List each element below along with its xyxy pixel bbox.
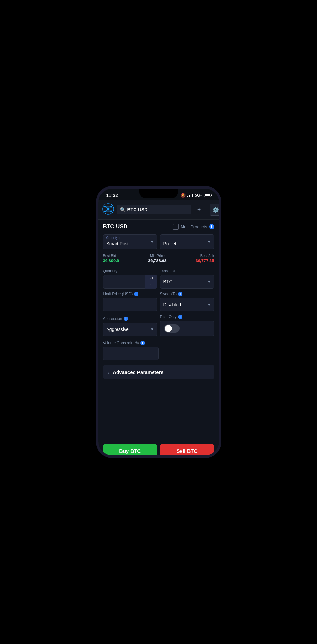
- aggression-group: Aggression i Aggressive Passive Neutral …: [103, 317, 157, 336]
- limit-price-group: Limit Price (USD) i: [103, 292, 157, 311]
- multi-products-checkbox[interactable]: [173, 224, 179, 230]
- best-bid-value: 36,800.6: [103, 258, 119, 263]
- notch: [139, 189, 178, 198]
- status-icons: 🔕 5G+: [181, 193, 211, 198]
- sweep-to-select[interactable]: Disabled Enabled: [160, 298, 214, 311]
- sweep-to-label: Sweep To i: [160, 292, 214, 296]
- best-ask-label: Best Ask: [196, 254, 214, 258]
- order-type-wrapper: Order type Smart Post Limit Market Stop …: [103, 234, 157, 249]
- limit-price-input[interactable]: [103, 298, 157, 311]
- add-tab-button[interactable]: +: [194, 204, 204, 215]
- sweep-to-group: Sweep To i Disabled Enabled ▼: [160, 292, 214, 311]
- post-only-label: Post Only i: [160, 315, 214, 319]
- chevron-right-icon: ›: [108, 370, 110, 375]
- target-unit-wrapper: BTC USD ETH ▼: [160, 275, 214, 289]
- mid-price-label: Mid Price: [148, 254, 167, 258]
- preset-wrapper: Preset Default Custom ▼: [160, 234, 214, 249]
- search-icon: 🔍: [120, 207, 126, 212]
- best-ask-item: Best Ask 36,777.25: [196, 254, 214, 263]
- post-only-toggle-wrapper: [160, 321, 214, 336]
- aggression-post-row: Aggression i Aggressive Passive Neutral …: [103, 315, 214, 336]
- aggression-info-icon[interactable]: i: [124, 317, 128, 321]
- price-info-row: Best Bid 36,800.6 Mid Price 36,788.93 Be…: [103, 252, 214, 264]
- main-scroll-area: BTC-USD Multi Products i Order type Smar…: [98, 220, 219, 440]
- multi-products-info-icon[interactable]: i: [209, 224, 214, 229]
- signal-bar-1: [187, 196, 188, 197]
- sweep-to-info-icon[interactable]: i: [178, 292, 182, 296]
- app-logo: [102, 203, 114, 216]
- toggle-knob: [165, 325, 172, 332]
- signal-bar-3: [191, 194, 191, 197]
- quantity-target-row: Quantity 0.1 1 Target Unit: [103, 269, 214, 289]
- battery-fill: [205, 194, 210, 196]
- mute-icon: 🔕: [181, 193, 186, 198]
- aggression-label: Aggression i: [103, 317, 157, 321]
- stepper-up-button[interactable]: 0.1: [145, 275, 157, 282]
- post-only-toggle[interactable]: [164, 324, 180, 333]
- quantity-label: Quantity: [103, 269, 157, 273]
- post-only-info-icon[interactable]: i: [178, 315, 182, 319]
- post-only-group: Post Only i: [160, 315, 214, 336]
- stepper-down-button[interactable]: 1: [145, 282, 157, 289]
- sweep-to-wrapper: Disabled Enabled ▼: [160, 298, 214, 311]
- action-buttons: Buy BTC Sell BTC: [98, 440, 219, 458]
- volume-constraint-input[interactable]: [103, 347, 159, 360]
- mid-price-item: Mid Price 36,788.93: [148, 254, 167, 263]
- order-type-preset-row: Order type Smart Post Limit Market Stop …: [103, 234, 214, 249]
- quantity-input-wrapper: 0.1 1: [103, 275, 157, 289]
- quantity-group: Quantity 0.1 1: [103, 269, 157, 289]
- aggression-wrapper: Aggressive Passive Neutral ▼: [103, 323, 157, 336]
- network-type: 5G+: [195, 193, 202, 198]
- mid-price-value: 36,788.93: [148, 258, 167, 263]
- settings-button[interactable]: ⚙️: [210, 204, 221, 216]
- advanced-params-label: Advanced Parameters: [113, 369, 163, 375]
- target-unit-group: Target Unit BTC USD ETH ▼: [160, 269, 214, 289]
- battery-icon: [204, 194, 211, 197]
- multi-products-toggle[interactable]: Multi Products i: [173, 224, 214, 230]
- volume-constraint-label: Volume Constraint % i: [103, 341, 214, 345]
- multi-products-label: Multi Products: [181, 224, 207, 229]
- status-bar: 11:32 🔕 5G+: [98, 189, 219, 200]
- signal-bars: [187, 194, 193, 197]
- limit-sweep-row: Limit Price (USD) i Sweep To i Disabled …: [103, 292, 214, 311]
- best-bid-label: Best Bid: [103, 254, 119, 258]
- limit-price-label: Limit Price (USD) i: [103, 292, 157, 296]
- order-type-select[interactable]: Smart Post Limit Market Stop: [103, 234, 157, 249]
- sell-button[interactable]: Sell BTC: [160, 444, 214, 458]
- best-ask-value: 36,777.25: [196, 258, 214, 263]
- target-unit-label: Target Unit: [160, 269, 214, 273]
- app-header: 🔍 BTC-USD + ⚙️: [98, 200, 219, 220]
- main-content: BTC-USD Multi Products i Order type Smar…: [98, 220, 219, 440]
- limit-price-info-icon[interactable]: i: [134, 292, 138, 296]
- target-unit-select[interactable]: BTC USD ETH: [160, 275, 214, 289]
- volume-constraint-info-icon[interactable]: i: [140, 341, 145, 345]
- product-header: BTC-USD Multi Products i: [103, 223, 214, 230]
- aggression-select[interactable]: Aggressive Passive Neutral: [103, 323, 157, 336]
- buy-button[interactable]: Buy BTC: [103, 444, 157, 458]
- advanced-params-section[interactable]: › Advanced Parameters: [103, 365, 214, 379]
- quantity-stepper: 0.1 1: [145, 275, 157, 289]
- gear-icon: ⚙️: [212, 207, 219, 213]
- search-bar[interactable]: 🔍 BTC-USD: [117, 205, 191, 214]
- signal-bar-2: [189, 195, 190, 197]
- product-title: BTC-USD: [103, 223, 128, 230]
- preset-select[interactable]: Preset Default Custom: [160, 234, 214, 249]
- status-time: 11:32: [106, 193, 118, 198]
- search-input[interactable]: BTC-USD: [127, 207, 188, 212]
- best-bid-item: Best Bid 36,800.6: [103, 254, 119, 263]
- signal-bar-4: [192, 194, 193, 197]
- volume-constraint-section: Volume Constraint % i: [103, 341, 214, 360]
